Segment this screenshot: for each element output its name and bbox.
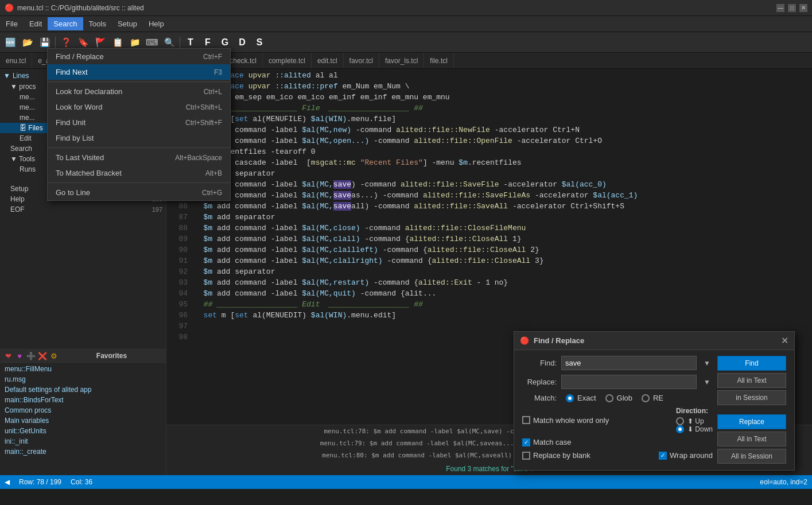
toolbar-new[interactable]: 🆕 xyxy=(2,34,18,50)
fav-config-icon[interactable]: ⚙ xyxy=(49,351,59,360)
toolbar-sep-2 xyxy=(180,37,180,48)
fav-item-0[interactable]: menu::FillMenu xyxy=(0,364,166,374)
status-eol: eol=auto, ind=2 xyxy=(760,478,807,486)
title-bar: 🔴 menu.tcl :: C:/PG/github/alited/src ::… xyxy=(0,0,812,16)
cb-whole-word-label: Match whole word only xyxy=(533,416,609,425)
all-in-text-1-button[interactable]: All in Text xyxy=(717,373,786,388)
code-line-86: $m add command -label $al(MC,saveas...) … xyxy=(195,190,812,201)
cb-replace-blank[interactable] xyxy=(522,452,530,460)
toolbar-S[interactable]: S xyxy=(251,34,267,50)
find-input[interactable] xyxy=(561,356,697,370)
fav-item-8[interactable]: main::_create xyxy=(0,446,166,457)
fr-body: Find: ▼ Replace: ▼ Match: Exact xyxy=(514,350,794,470)
fr-checkbox-row-1: Match whole word only Direction: ⬆ Up ⬇ … xyxy=(522,407,713,433)
fr-radio-glob: Glob xyxy=(605,394,632,402)
tab-favor-ls-tcl[interactable]: favor_ls.tcl xyxy=(379,53,424,68)
fav-item-3[interactable]: main::BindsForText xyxy=(0,395,166,405)
menu-file[interactable]: File xyxy=(0,17,24,30)
radio-up[interactable] xyxy=(676,417,684,425)
scroll-arrow-left[interactable]: ◀ xyxy=(5,478,10,486)
find-dropdown-arrow[interactable]: ▼ xyxy=(701,359,713,367)
fr-find-row: Find: ▼ xyxy=(522,356,713,370)
fav-item-1[interactable]: ru.msg xyxy=(0,374,166,384)
fav-heart-red-icon[interactable]: ❤ xyxy=(3,351,13,360)
chevron-down-icon: ▼ xyxy=(3,72,10,80)
dd-look-declaration[interactable]: Look for Declaration Ctrl+L xyxy=(48,84,230,99)
cb-match-case[interactable] xyxy=(522,438,530,446)
menu-setup[interactable]: Setup xyxy=(112,17,143,30)
tab-edit-tcl[interactable]: edit.tcl xyxy=(312,53,344,68)
menu-edit[interactable]: Edit xyxy=(24,17,48,30)
fr-close-button[interactable]: ✕ xyxy=(781,335,788,346)
app-icon: 🔴 xyxy=(5,3,14,12)
radio-re[interactable] xyxy=(642,394,650,402)
dd-find-next[interactable]: Find Next F3 xyxy=(48,64,230,80)
fr-replace-row: Replace: ▼ xyxy=(522,375,713,389)
replace-input[interactable] xyxy=(561,375,697,389)
direction-label: Direction: xyxy=(676,407,713,415)
radio-glob[interactable] xyxy=(605,394,613,402)
dd-go-to-line[interactable]: Go to Line Ctrl+G xyxy=(48,185,230,200)
menu-search[interactable]: Search xyxy=(48,17,83,30)
code-line-93: $m add separator xyxy=(195,266,812,277)
fav-item-4[interactable]: Common procs xyxy=(0,405,166,415)
tab-file-tcl[interactable]: file.tcl xyxy=(424,53,454,68)
dir-up-row: ⬆ Up xyxy=(676,417,713,425)
all-in-session-2-button[interactable]: All in Session xyxy=(717,449,786,464)
tab-favor-tcl[interactable]: favor.tcl xyxy=(344,53,379,68)
fav-heart-icon[interactable]: ♥ xyxy=(15,351,24,360)
cb-wrap-label: Wrap around xyxy=(670,451,713,460)
radio-exact[interactable] xyxy=(566,394,574,402)
dd-look-word[interactable]: Look for Word Ctrl+Shift+L xyxy=(48,99,230,115)
replace-dropdown-arrow[interactable]: ▼ xyxy=(701,378,713,386)
all-in-text-2-button[interactable]: All in Text xyxy=(717,432,786,446)
favorites-title: Favorites xyxy=(61,352,162,360)
radio-re-label: RE xyxy=(653,394,663,402)
in-session-button[interactable]: in Session xyxy=(717,390,786,405)
dd-to-last-visited[interactable]: To Last Visited Alt+BackSpace xyxy=(48,150,230,165)
code-line-90: $m add command -label $al(MC,clall) -com… xyxy=(195,234,812,244)
menu-bar: File Edit Search Tools Setup Help Find /… xyxy=(0,16,812,32)
code-line-75: namespace upvar ::alited::pref em_Num em… xyxy=(195,81,812,92)
checkbox-whole-word[interactable]: Match whole word only xyxy=(522,416,609,425)
fav-add-icon[interactable]: ➕ xyxy=(26,351,36,360)
radio-down[interactable] xyxy=(676,425,684,433)
fav-item-6[interactable]: unit::GetUnits xyxy=(0,426,166,436)
cb-whole-word[interactable] xyxy=(522,416,530,424)
checkbox-replace-blank[interactable]: Replace by blank xyxy=(522,451,590,460)
checkbox-match-case[interactable]: Match case xyxy=(522,438,571,446)
dd-find-unit[interactable]: Find Unit Ctrl+Shift+F xyxy=(48,115,230,130)
maximize-button[interactable]: □ xyxy=(788,4,796,12)
close-button[interactable]: ✕ xyxy=(799,4,807,12)
fr-radio-exact: Exact xyxy=(566,394,596,402)
menu-help[interactable]: Help xyxy=(143,17,170,30)
code-line-97: ## __________________ Edit _____________… xyxy=(195,299,812,310)
fav-item-5[interactable]: Main variables xyxy=(0,415,166,426)
replace-button[interactable]: Replace xyxy=(717,414,786,429)
toolbar-D[interactable]: D xyxy=(234,34,250,50)
code-line-92: $m add command -label $al(MC,clallright)… xyxy=(195,255,812,266)
code-line-95: $m add command -label $al(MC,quit) -comm… xyxy=(195,288,812,299)
dd-separator-2 xyxy=(48,147,230,148)
dd-find-by-list[interactable]: Find by List xyxy=(48,130,230,146)
dd-matched-bracket[interactable]: To Matched Bracket Alt+B xyxy=(48,165,230,181)
minimize-button[interactable]: — xyxy=(776,4,784,12)
status-bar: ◀ Row: 78 / 199 Col: 36 eol=auto, ind=2 xyxy=(0,475,812,489)
fr-title-text: Find / Replace xyxy=(534,336,584,345)
find-button[interactable]: Find xyxy=(717,356,786,371)
cb-wrap[interactable] xyxy=(659,452,667,460)
fav-item-2[interactable]: Default settings of alited app xyxy=(0,384,166,395)
tab-enu-tcl[interactable]: enu.tcl xyxy=(0,53,32,68)
fav-item-7[interactable]: ini::_init xyxy=(0,436,166,446)
tab-complete-tcl[interactable]: complete.tcl xyxy=(263,53,312,68)
dd-find-replace[interactable]: Find / Replace Ctrl+F xyxy=(48,49,230,64)
menu-tools[interactable]: Tools xyxy=(83,17,112,30)
find-replace-dialog: 🔴 Find / Replace ✕ Find: ▼ Replace: ▼ xyxy=(514,331,795,471)
status-col: Col: 36 xyxy=(71,478,92,486)
dd-separator-3 xyxy=(48,182,230,183)
fav-remove-icon[interactable]: ❌ xyxy=(38,351,47,360)
code-line-98: set m [set al(MENUEDIT) $al(WIN).menu.ed… xyxy=(195,310,812,321)
tree-item-eof[interactable]: EOF 197 xyxy=(0,204,166,215)
toolbar-open[interactable]: 📂 xyxy=(20,34,36,50)
checkbox-wrap[interactable]: Wrap around xyxy=(659,451,713,460)
